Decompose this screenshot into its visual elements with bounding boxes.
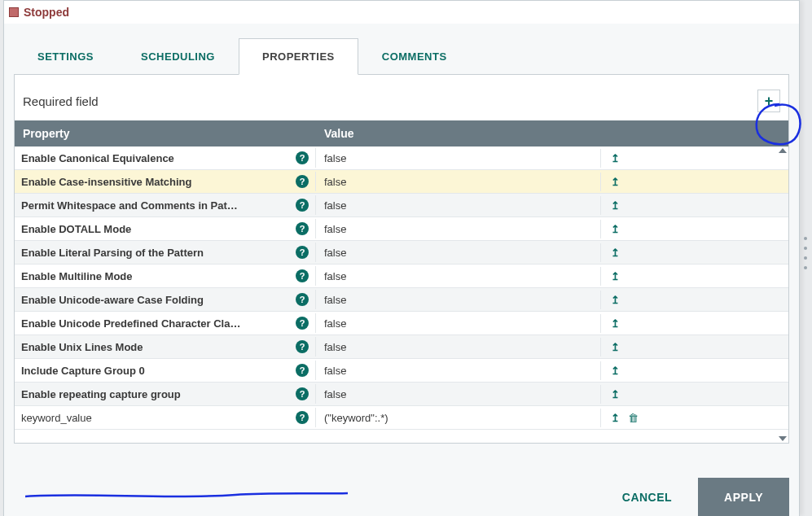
action-cell: ↥	[601, 149, 788, 168]
property-cell: Permit Whitespace and Comments in Pat…?	[15, 195, 316, 215]
processor-config-dialog: Stopped SETTINGS SCHEDULING PROPERTIES C…	[3, 0, 800, 516]
history-arrow-icon[interactable]: ↥	[611, 365, 620, 377]
tab-comments[interactable]: COMMENTS	[358, 38, 471, 74]
property-cell: Enable Unicode-aware Case Folding?	[15, 290, 316, 309]
scroll-up-icon[interactable]	[779, 148, 787, 153]
table-row[interactable]: Enable Unix Lines Mode?false↥	[15, 335, 788, 359]
table-row[interactable]: keyword_value?("keyword":.*)↥🗑	[15, 406, 788, 430]
help-icon[interactable]: ?	[296, 387, 309, 400]
property-name: Permit Whitespace and Comments in Pat…	[21, 199, 291, 212]
help-icon[interactable]: ?	[296, 222, 309, 235]
property-cell: Enable DOTALL Mode?	[15, 219, 316, 238]
history-arrow-icon[interactable]: ↥	[611, 176, 620, 188]
table-body[interactable]: Enable Canonical Equivalence?false↥Enabl…	[15, 146, 788, 443]
table-row[interactable]: Permit Whitespace and Comments in Pat…?f…	[15, 194, 788, 217]
header-actions	[601, 120, 788, 146]
history-arrow-icon[interactable]: ↥	[611, 341, 620, 353]
value-cell[interactable]: false	[316, 196, 601, 215]
resize-grip[interactable]	[804, 237, 807, 269]
help-icon[interactable]: ?	[296, 246, 309, 259]
action-cell: ↥	[601, 291, 788, 309]
help-icon[interactable]: ?	[296, 151, 309, 164]
add-property-button[interactable]: +	[757, 90, 780, 112]
action-cell: ↥	[601, 314, 788, 333]
action-cell: ↥	[601, 220, 788, 238]
history-arrow-icon[interactable]: ↥	[611, 223, 620, 235]
property-name: Enable Case-insensitive Matching	[21, 176, 291, 188]
table-row[interactable]: Enable Case-insensitive Matching?false↥	[15, 170, 788, 194]
value-cell[interactable]: false	[316, 267, 601, 286]
delete-icon[interactable]: 🗑	[628, 412, 639, 424]
property-name: Enable Literal Parsing of the Pattern	[21, 247, 291, 259]
value-cell[interactable]: ("keyword":.*)	[316, 409, 601, 427]
help-icon[interactable]: ?	[296, 199, 309, 212]
table-row[interactable]: Enable Canonical Equivalence?false↥	[15, 146, 788, 170]
header-value: Value	[316, 120, 601, 146]
section-header: Required field +	[15, 75, 788, 120]
action-cell: ↥	[601, 361, 788, 380]
status-text: Stopped	[24, 6, 69, 19]
action-cell: ↥	[601, 385, 788, 404]
history-arrow-icon[interactable]: ↥	[611, 294, 620, 306]
tab-settings[interactable]: SETTINGS	[14, 38, 117, 74]
stopped-icon	[9, 7, 19, 17]
tab-properties[interactable]: PROPERTIES	[239, 38, 358, 75]
value-cell[interactable]: false	[316, 149, 601, 168]
value-cell[interactable]: false	[316, 220, 601, 238]
help-icon[interactable]: ?	[296, 175, 309, 188]
property-name: Include Capture Group 0	[21, 365, 291, 377]
property-cell: Enable Multiline Mode?	[15, 266, 316, 286]
tab-scheduling[interactable]: SCHEDULING	[117, 38, 239, 74]
property-name: Enable repeating capture group	[21, 388, 291, 400]
history-arrow-icon[interactable]: ↥	[611, 152, 620, 164]
action-cell: ↥	[601, 196, 788, 215]
history-arrow-icon[interactable]: ↥	[611, 317, 620, 330]
table-row[interactable]: Enable Multiline Mode?false↥	[15, 265, 788, 288]
annotation-underline	[24, 490, 349, 501]
apply-button[interactable]: APPLY	[698, 478, 789, 516]
history-arrow-icon[interactable]: ↥	[611, 388, 620, 400]
help-icon[interactable]: ?	[296, 411, 309, 424]
history-arrow-icon[interactable]: ↥	[611, 270, 620, 282]
scroll-down-icon[interactable]	[779, 436, 787, 441]
value-cell[interactable]: false	[316, 338, 601, 356]
property-cell: Enable Unix Lines Mode?	[15, 337, 316, 356]
history-arrow-icon[interactable]: ↥	[611, 247, 620, 259]
help-icon[interactable]: ?	[296, 364, 309, 377]
action-cell: ↥	[601, 338, 788, 356]
property-name: Enable DOTALL Mode	[21, 223, 291, 235]
action-cell: ↥🗑	[601, 409, 788, 427]
table-row[interactable]: Enable DOTALL Mode?false↥	[15, 217, 788, 241]
value-cell[interactable]: false	[316, 385, 601, 404]
table-header: Property Value	[15, 120, 788, 146]
table-row[interactable]: Include Capture Group 0?false↥	[15, 359, 788, 383]
help-icon[interactable]: ?	[296, 340, 309, 353]
help-icon[interactable]: ?	[296, 317, 309, 330]
table-row[interactable]: Enable Unicode Predefined Character Cla……	[15, 312, 788, 335]
history-arrow-icon[interactable]: ↥	[611, 412, 620, 424]
value-cell[interactable]: false	[316, 314, 601, 333]
property-name: Enable Unix Lines Mode	[21, 341, 291, 353]
property-name: Enable Multiline Mode	[21, 270, 291, 282]
property-cell: Enable Unicode Predefined Character Cla……	[15, 313, 316, 333]
value-cell[interactable]: false	[316, 243, 601, 262]
value-cell[interactable]: false	[316, 361, 601, 380]
cancel-button[interactable]: CANCEL	[596, 478, 698, 516]
help-icon[interactable]: ?	[296, 269, 309, 282]
table-row[interactable]: Enable repeating capture group?false↥	[15, 383, 788, 406]
property-cell: keyword_value?	[15, 408, 316, 427]
property-name: Enable Unicode Predefined Character Cla…	[21, 317, 291, 330]
property-name: Enable Canonical Equivalence	[21, 152, 291, 164]
property-cell: Enable Case-insensitive Matching?	[15, 172, 316, 191]
help-icon[interactable]: ?	[296, 293, 309, 306]
table-row[interactable]: Enable Literal Parsing of the Pattern?fa…	[15, 241, 788, 265]
value-cell[interactable]: false	[316, 291, 601, 309]
action-cell: ↥	[601, 173, 788, 191]
table-row[interactable]: Enable Unicode-aware Case Folding?false↥	[15, 288, 788, 312]
property-cell: Enable repeating capture group?	[15, 384, 316, 404]
tab-bar: SETTINGS SCHEDULING PROPERTIES COMMENTS	[14, 38, 789, 75]
header-property: Property	[15, 120, 316, 146]
history-arrow-icon[interactable]: ↥	[611, 199, 620, 212]
value-cell[interactable]: false	[316, 173, 601, 191]
action-cell: ↥	[601, 243, 788, 262]
